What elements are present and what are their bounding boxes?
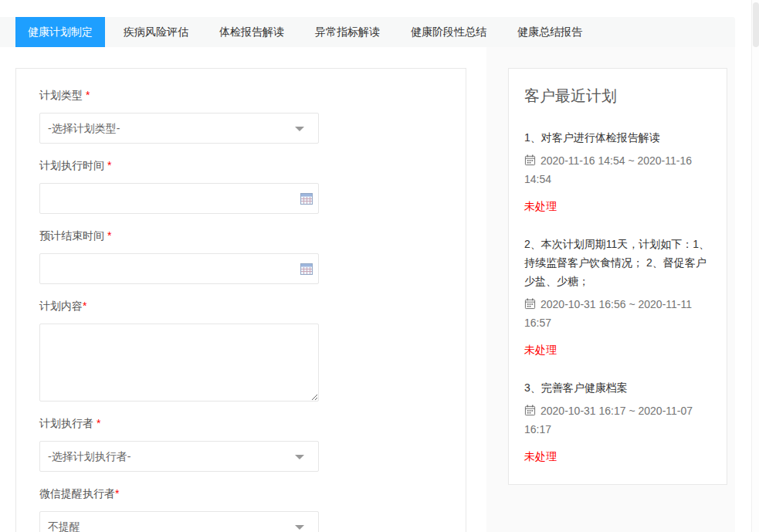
tab-bar: 健康计划制定 疾病风险评估 体检报告解读 异常指标解读 健康阶段性总结 健康总结… [0,17,735,47]
status-badge: 未处理 [524,200,711,214]
plan-item-title: 2、本次计划周期11天，计划如下：1、持续监督客户饮食情况； 2、督促客户少盐、… [524,235,711,290]
end-time-control [39,253,319,284]
field-plan-executor: 计划执行者 * -选择计划执行者- [39,417,442,472]
required-asterisk: * [83,89,90,101]
field-end-time: 预计结束时间 * [39,229,442,284]
end-time-input[interactable] [40,254,318,283]
wechat-remind-select-value: 不提醒 [40,512,318,532]
recent-plans-card: 客户最近计划 1、对客户进行体检报告解读 2020-11-16 14:54 ~ … [508,68,727,485]
plan-item-title: 3、完善客户健康档案 [524,378,711,397]
plan-item-title: 1、对客户进行体检报告解读 [524,128,711,147]
required-asterisk: * [93,417,100,429]
plan-executor-select[interactable]: -选择计划执行者- [39,441,319,472]
tab-exam-report[interactable]: 体检报告解读 [207,17,296,47]
required-asterisk: * [104,159,111,171]
recent-plans-title: 客户最近计划 [524,86,711,107]
status-badge: 未处理 [524,450,711,464]
list-item: 2、本次计划周期11天，计划如下：1、持续监督客户饮食情况； 2、督促客户少盐、… [524,235,711,357]
plan-item-date: 2020-10-31 16:56 ~ 2020-11-11 16:57 [524,295,711,332]
list-item: 1、对客户进行体检报告解读 2020-11-16 14:54 ~ 2020-11… [524,128,711,214]
plan-item-date: 2020-10-31 16:17 ~ 2020-11-07 16:17 [524,402,711,439]
status-badge: 未处理 [524,344,711,357]
required-asterisk: * [83,300,86,312]
tab-final-report[interactable]: 健康总结报告 [505,17,595,47]
plan-executor-label: 计划执行者 * [39,417,442,431]
page-scrollbar[interactable] [751,0,759,532]
field-plan-type: 计划类型 * -选择计划类型- [39,89,442,144]
chevron-down-icon [295,525,304,532]
plan-type-label: 计划类型 * [39,89,442,103]
plan-form-card: 计划类型 * -选择计划类型- 计划执行时间 * 预计结束时间 * [15,68,466,532]
tab-disease-risk[interactable]: 疾病风险评估 [111,17,201,47]
tab-health-plan[interactable]: 健康计划制定 [15,17,105,47]
wechat-remind-select[interactable]: 不提醒 [39,511,319,532]
required-asterisk: * [115,487,119,500]
plan-type-select-value: -选择计划类型- [40,114,318,143]
chevron-down-icon [295,455,304,464]
plan-item-date: 2020-11-16 14:54 ~ 2020-11-16 14:54 [524,151,711,188]
start-time-input[interactable] [40,184,318,213]
required-asterisk: * [104,229,111,242]
plan-content-label: 计划内容* [39,300,442,313]
chevron-down-icon [295,127,304,136]
calendar-icon [524,405,536,416]
scrollbar-thumb[interactable] [753,2,759,47]
start-time-control [39,183,319,214]
end-time-label: 预计结束时间 * [39,229,442,243]
calendar-icon [524,154,536,166]
plan-type-select[interactable]: -选择计划类型- [39,113,319,144]
field-plan-content: 计划内容* [39,300,442,402]
datepicker-calendar-icon[interactable] [300,193,313,205]
list-item: 3、完善客户健康档案 2020-10-31 16:17 ~ 2020-11-07… [524,378,711,464]
field-start-time: 计划执行时间 * [39,159,442,214]
tab-stage-summary[interactable]: 健康阶段性总结 [398,17,499,47]
datepicker-calendar-icon[interactable] [300,263,313,275]
tab-abnormal-index[interactable]: 异常指标解读 [303,17,392,47]
calendar-icon [524,298,536,310]
field-wechat-remind: 微信提醒执行者* 不提醒 [39,487,442,532]
plan-executor-select-value: -选择计划执行者- [40,442,318,471]
plan-content-textarea[interactable] [39,324,319,402]
wechat-remind-label: 微信提醒执行者* [39,487,442,501]
start-time-label: 计划执行时间 * [39,159,442,173]
